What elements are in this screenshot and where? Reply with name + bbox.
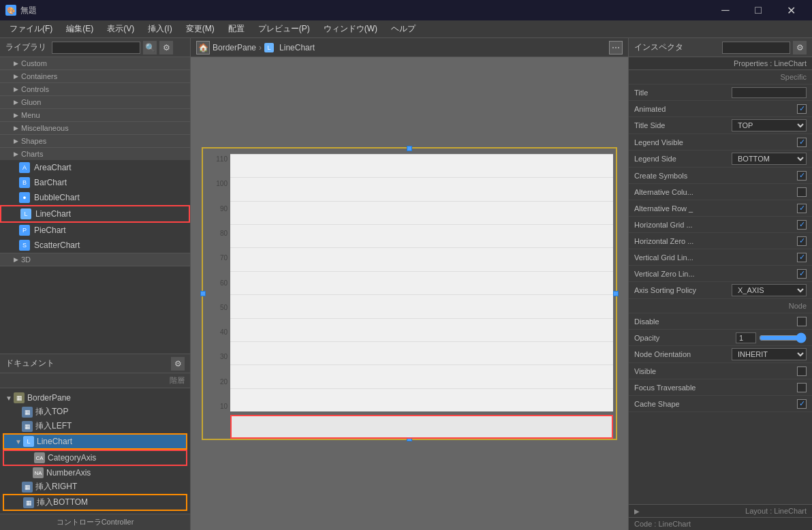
prop-checkbox-visible[interactable] bbox=[797, 367, 807, 376]
prop-label-title: Title bbox=[634, 89, 732, 97]
prop-label-create-symbols: Create Symbols bbox=[634, 172, 797, 180]
library-item-linechart[interactable]: L LineChart bbox=[0, 205, 190, 223]
prop-row-legend-visible: Legend Visible bbox=[629, 134, 812, 151]
prop-label-horiz-grid: Horizontal Grid ... bbox=[634, 221, 797, 229]
library-item-scatterchart[interactable]: S ScatterChart bbox=[0, 238, 190, 253]
inspector-title: インスペクタ bbox=[634, 42, 683, 53]
tree-item-linechart[interactable]: ▼ L LineChart bbox=[3, 433, 187, 450]
prop-select-title-side[interactable]: TOP BOTTOM LEFT RIGHT bbox=[732, 119, 807, 131]
y-label-60: 60 bbox=[204, 279, 230, 287]
menu-help[interactable]: ヘルプ bbox=[384, 20, 422, 37]
categoryaxis-label: CategoryAxis bbox=[48, 453, 96, 463]
library-item-areachart[interactable]: A AreaChart bbox=[0, 160, 190, 175]
inspector-settings-button[interactable]: ⚙ bbox=[793, 41, 807, 54]
maximize-button[interactable]: □ bbox=[743, 0, 774, 20]
menu-edit[interactable]: 編集(E) bbox=[59, 20, 100, 37]
window-controls[interactable]: ─ □ ✕ bbox=[710, 0, 807, 20]
prop-row-create-symbols: Create Symbols bbox=[629, 168, 812, 184]
node-section-header: Node bbox=[629, 299, 812, 313]
library-item-barchart[interactable]: B BarChart bbox=[0, 175, 190, 190]
breadcrumb-expand-button[interactable]: ⋯ bbox=[609, 41, 623, 54]
prop-row-title: Title bbox=[629, 84, 812, 101]
insert-top-label: 挿入TOP bbox=[35, 406, 68, 418]
minimize-button[interactable]: ─ bbox=[710, 0, 741, 20]
menu-window[interactable]: ウィンドウ(W) bbox=[317, 20, 384, 37]
tree-item-numberaxis[interactable]: NA NumberAxis bbox=[3, 466, 187, 480]
prop-checkbox-create-symbols[interactable] bbox=[797, 171, 807, 181]
document-title: ドキュメント bbox=[5, 358, 54, 369]
library-item-bubblechart[interactable]: ● BubbleChart bbox=[0, 190, 190, 205]
breadcrumb-borderpane[interactable]: BorderPane bbox=[213, 43, 256, 52]
inspector-search-input[interactable] bbox=[722, 42, 790, 54]
prop-select-axis-sorting[interactable]: X_AXIS Y_AXIS NONE bbox=[732, 284, 807, 296]
prop-select-legend-side[interactable]: BOTTOM TOP LEFT RIGHT bbox=[732, 153, 807, 165]
library-section-controls-header[interactable]: Controls bbox=[0, 83, 190, 95]
menu-change[interactable]: 変更(M) bbox=[179, 20, 221, 37]
menu-preview[interactable]: プレビュー(P) bbox=[251, 20, 317, 37]
hierarchy-label: 階層 bbox=[0, 373, 190, 388]
prop-select-node-orientation[interactable]: INHERIT LEFT_TO_RIGHT RIGHT_TO_LEFT bbox=[732, 348, 807, 360]
document-settings-button[interactable]: ⚙ bbox=[171, 357, 185, 371]
prop-row-node-orientation: Node Orientation INHERIT LEFT_TO_RIGHT R… bbox=[629, 346, 812, 363]
prop-checkbox-vert-zero[interactable] bbox=[797, 269, 807, 279]
library-settings-button[interactable]: ⚙ bbox=[159, 41, 173, 54]
tree-item-insert-top[interactable]: ▦ 挿入TOP bbox=[3, 405, 187, 419]
prop-input-opacity[interactable] bbox=[736, 332, 756, 343]
library-item-piechart[interactable]: P PieChart bbox=[0, 223, 190, 238]
prop-row-title-side: Title Side TOP BOTTOM LEFT RIGHT bbox=[629, 117, 812, 134]
menu-file[interactable]: ファイル(F) bbox=[3, 20, 59, 37]
library-section-custom-header[interactable]: Custom bbox=[0, 57, 190, 69]
prop-checkbox-alt-row[interactable] bbox=[797, 204, 807, 213]
numberaxis-icon: NA bbox=[33, 467, 44, 478]
prop-checkbox-vert-grid[interactable] bbox=[797, 253, 807, 262]
prop-checkbox-horiz-grid[interactable] bbox=[797, 220, 807, 230]
library-search-input[interactable] bbox=[52, 42, 140, 54]
inspector-footer: ▶ Layout : LineChart Code : LineChart bbox=[629, 504, 812, 530]
library-section-misc-header[interactable]: Miscellaneous bbox=[0, 122, 190, 134]
bubblechart-icon: ● bbox=[19, 192, 30, 203]
prop-checkbox-alt-columns[interactable] bbox=[797, 187, 807, 197]
specific-section-header: Specific bbox=[629, 70, 812, 84]
prop-row-axis-sorting: Axis Sorting Policy X_AXIS Y_AXIS NONE bbox=[629, 282, 812, 299]
library-section-gluon-header[interactable]: Gluon bbox=[0, 96, 190, 108]
menu-insert[interactable]: 挿入(I) bbox=[141, 20, 178, 37]
insert-bottom-label: 挿入BOTTOM bbox=[37, 497, 88, 508]
prop-checkbox-horiz-zero[interactable] bbox=[797, 236, 807, 246]
library-section-3d-header[interactable]: 3D bbox=[0, 253, 190, 266]
handle-top[interactable] bbox=[407, 146, 412, 151]
close-button[interactable]: ✕ bbox=[775, 0, 807, 20]
library-section-shapes-header[interactable]: Shapes bbox=[0, 135, 190, 147]
y-label-100: 100 bbox=[204, 180, 230, 187]
prop-checkbox-animated[interactable] bbox=[797, 104, 807, 114]
y-label-90: 90 bbox=[204, 205, 230, 213]
y-label-110: 110 bbox=[204, 155, 230, 163]
tree-item-insert-right[interactable]: ▦ 挿入RIGHT bbox=[3, 480, 187, 494]
properties-title: Properties : LineChart bbox=[629, 57, 812, 70]
tree-item-insert-bottom[interactable]: ▦ 挿入BOTTOM bbox=[3, 494, 187, 511]
breadcrumb-linechart[interactable]: L LineChart bbox=[264, 43, 315, 52]
tree-item-categoryaxis[interactable]: CA CategoryAxis bbox=[3, 450, 187, 466]
library-search-button[interactable]: 🔍 bbox=[143, 41, 157, 54]
library-section-gluon: Gluon bbox=[0, 96, 190, 109]
title-bar-left: 🎨 無題 bbox=[5, 5, 37, 16]
prop-checkbox-disable[interactable] bbox=[797, 317, 807, 326]
menu-arrange[interactable]: 配置 bbox=[221, 20, 251, 37]
tree-item-borderpane[interactable]: ▼ ▦ BorderPane bbox=[3, 391, 187, 405]
library-section-containers: Containers bbox=[0, 70, 190, 83]
library-section-3d: 3D bbox=[0, 253, 190, 266]
library-section-containers-header[interactable]: Containers bbox=[0, 70, 190, 82]
prop-slider-opacity[interactable] bbox=[759, 332, 807, 343]
canvas-area[interactable]: 10 20 30 40 50 60 70 80 90 100 110 bbox=[191, 57, 628, 530]
prop-checkbox-legend-visible[interactable] bbox=[797, 138, 807, 147]
handle-right[interactable] bbox=[613, 291, 619, 296]
library-section-charts-header[interactable]: Charts bbox=[0, 148, 190, 160]
prop-label-alt-row: Alternative Row _ bbox=[634, 204, 797, 213]
chart-grid-lines bbox=[230, 154, 613, 411]
linechart-icon: L bbox=[20, 208, 31, 219]
prop-checkbox-focus-traversable[interactable] bbox=[797, 383, 807, 392]
prop-checkbox-cache-shape[interactable] bbox=[797, 399, 807, 409]
prop-input-title[interactable] bbox=[732, 87, 807, 98]
library-section-menu-header[interactable]: Menu bbox=[0, 109, 190, 121]
menu-view[interactable]: 表示(V) bbox=[100, 20, 141, 37]
tree-item-insert-left[interactable]: ▦ 挿入LEFT bbox=[3, 419, 187, 433]
